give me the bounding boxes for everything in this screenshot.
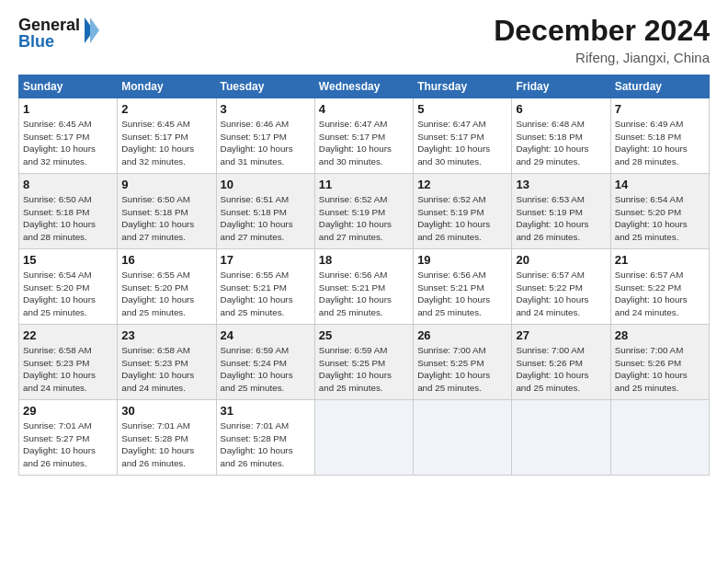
- month-title: December 2024: [494, 14, 710, 48]
- calendar-empty-cell: [414, 400, 512, 476]
- calendar-day-28: 28Sunrise: 7:00 AM Sunset: 5:26 PM Dayli…: [610, 325, 709, 400]
- dow-header-wednesday: Wednesday: [314, 75, 413, 98]
- day-info: Sunrise: 6:57 AM Sunset: 5:22 PM Dayligh…: [615, 269, 705, 319]
- day-info: Sunrise: 6:51 AM Sunset: 5:18 PM Dayligh…: [221, 193, 311, 244]
- day-number: 22: [23, 328, 113, 342]
- day-number: 28: [615, 328, 705, 342]
- day-info: Sunrise: 6:52 AM Sunset: 5:19 PM Dayligh…: [319, 193, 409, 244]
- calendar-day-9: 9Sunrise: 6:50 AM Sunset: 5:18 PM Daylig…: [118, 174, 216, 249]
- calendar-day-15: 15Sunrise: 6:54 AM Sunset: 5:20 PM Dayli…: [19, 249, 118, 325]
- day-number: 3: [221, 102, 311, 116]
- day-number: 10: [221, 178, 311, 191]
- day-number: 14: [615, 178, 705, 191]
- day-number: 2: [121, 102, 211, 116]
- calendar-day-1: 1Sunrise: 6:45 AM Sunset: 5:17 PM Daylig…: [19, 98, 118, 174]
- day-number: 29: [23, 404, 113, 418]
- day-info: Sunrise: 6:55 AM Sunset: 5:21 PM Dayligh…: [221, 269, 311, 319]
- dow-header-monday: Monday: [118, 75, 216, 98]
- day-number: 25: [319, 328, 409, 342]
- day-info: Sunrise: 7:00 AM Sunset: 5:26 PM Dayligh…: [615, 344, 705, 395]
- calendar-empty-cell: [512, 400, 610, 476]
- calendar-day-5: 5Sunrise: 6:47 AM Sunset: 5:17 PM Daylig…: [414, 98, 512, 174]
- day-number: 30: [121, 404, 211, 418]
- calendar-week-2: 8Sunrise: 6:50 AM Sunset: 5:18 PM Daylig…: [19, 174, 710, 249]
- calendar-day-2: 2Sunrise: 6:45 AM Sunset: 5:17 PM Daylig…: [118, 98, 216, 174]
- calendar-day-3: 3Sunrise: 6:46 AM Sunset: 5:17 PM Daylig…: [216, 98, 314, 174]
- calendar-day-30: 30Sunrise: 7:01 AM Sunset: 5:28 PM Dayli…: [118, 400, 216, 476]
- days-of-week-row: SundayMondayTuesdayWednesdayThursdayFrid…: [19, 75, 710, 98]
- calendar-day-18: 18Sunrise: 6:56 AM Sunset: 5:21 PM Dayli…: [314, 249, 413, 325]
- day-info: Sunrise: 6:48 AM Sunset: 5:18 PM Dayligh…: [516, 118, 606, 168]
- svg-text:General: General: [18, 16, 80, 34]
- calendar-day-16: 16Sunrise: 6:55 AM Sunset: 5:20 PM Dayli…: [118, 249, 216, 325]
- day-info: Sunrise: 6:59 AM Sunset: 5:24 PM Dayligh…: [221, 344, 311, 395]
- day-number: 17: [221, 253, 311, 267]
- day-number: 9: [121, 178, 211, 191]
- calendar-day-27: 27Sunrise: 7:00 AM Sunset: 5:26 PM Dayli…: [512, 325, 610, 400]
- svg-text:Blue: Blue: [18, 32, 54, 51]
- day-number: 20: [516, 253, 606, 267]
- day-number: 5: [417, 102, 507, 116]
- title-block: December 2024 Rifeng, Jiangxi, China: [494, 14, 710, 65]
- day-info: Sunrise: 6:58 AM Sunset: 5:23 PM Dayligh…: [23, 344, 113, 395]
- day-number: 23: [121, 328, 211, 342]
- calendar-day-13: 13Sunrise: 6:53 AM Sunset: 5:19 PM Dayli…: [512, 174, 610, 249]
- calendar-day-11: 11Sunrise: 6:52 AM Sunset: 5:19 PM Dayli…: [314, 174, 413, 249]
- svg-marker-3: [90, 17, 99, 43]
- day-info: Sunrise: 6:56 AM Sunset: 5:21 PM Dayligh…: [319, 269, 409, 319]
- calendar-week-5: 29Sunrise: 7:01 AM Sunset: 5:27 PM Dayli…: [19, 400, 710, 476]
- day-number: 16: [121, 253, 211, 267]
- calendar-day-8: 8Sunrise: 6:50 AM Sunset: 5:18 PM Daylig…: [19, 174, 118, 249]
- day-info: Sunrise: 6:54 AM Sunset: 5:20 PM Dayligh…: [615, 193, 705, 244]
- calendar-day-20: 20Sunrise: 6:57 AM Sunset: 5:22 PM Dayli…: [512, 249, 610, 325]
- calendar-day-31: 31Sunrise: 7:01 AM Sunset: 5:28 PM Dayli…: [216, 400, 314, 476]
- day-number: 26: [417, 328, 507, 342]
- day-info: Sunrise: 6:47 AM Sunset: 5:17 PM Dayligh…: [417, 118, 507, 168]
- day-info: Sunrise: 6:45 AM Sunset: 5:17 PM Dayligh…: [121, 118, 211, 168]
- logo-svg: GeneralBlue: [18, 14, 101, 52]
- day-number: 18: [319, 253, 409, 267]
- day-number: 19: [417, 253, 507, 267]
- calendar-day-26: 26Sunrise: 7:00 AM Sunset: 5:25 PM Dayli…: [414, 325, 512, 400]
- calendar-day-10: 10Sunrise: 6:51 AM Sunset: 5:18 PM Dayli…: [216, 174, 314, 249]
- header: GeneralBlue December 2024 Rifeng, Jiangx…: [18, 14, 710, 65]
- dow-header-saturday: Saturday: [610, 75, 709, 98]
- calendar-body: 1Sunrise: 6:45 AM Sunset: 5:17 PM Daylig…: [19, 98, 710, 476]
- day-number: 7: [615, 102, 705, 116]
- calendar-empty-cell: [314, 400, 413, 476]
- calendar-day-24: 24Sunrise: 6:59 AM Sunset: 5:24 PM Dayli…: [216, 325, 314, 400]
- day-info: Sunrise: 6:45 AM Sunset: 5:17 PM Dayligh…: [23, 118, 113, 168]
- calendar-day-12: 12Sunrise: 6:52 AM Sunset: 5:19 PM Dayli…: [414, 174, 512, 249]
- day-info: Sunrise: 6:59 AM Sunset: 5:25 PM Dayligh…: [319, 344, 409, 395]
- day-info: Sunrise: 7:01 AM Sunset: 5:28 PM Dayligh…: [221, 419, 311, 470]
- day-info: Sunrise: 6:46 AM Sunset: 5:17 PM Dayligh…: [221, 118, 311, 168]
- calendar-day-14: 14Sunrise: 6:54 AM Sunset: 5:20 PM Dayli…: [610, 174, 709, 249]
- dow-header-friday: Friday: [512, 75, 610, 98]
- day-number: 21: [615, 253, 705, 267]
- calendar-day-19: 19Sunrise: 6:56 AM Sunset: 5:21 PM Dayli…: [414, 249, 512, 325]
- day-number: 1: [23, 102, 113, 116]
- calendar-day-21: 21Sunrise: 6:57 AM Sunset: 5:22 PM Dayli…: [610, 249, 709, 325]
- day-info: Sunrise: 6:52 AM Sunset: 5:19 PM Dayligh…: [417, 193, 507, 244]
- day-number: 27: [516, 328, 606, 342]
- day-number: 11: [319, 178, 409, 191]
- day-info: Sunrise: 6:54 AM Sunset: 5:20 PM Dayligh…: [23, 269, 113, 319]
- dow-header-thursday: Thursday: [414, 75, 512, 98]
- day-number: 12: [417, 178, 507, 191]
- calendar-day-17: 17Sunrise: 6:55 AM Sunset: 5:21 PM Dayli…: [216, 249, 314, 325]
- dow-header-sunday: Sunday: [19, 75, 118, 98]
- logo: GeneralBlue: [18, 14, 101, 52]
- calendar-day-22: 22Sunrise: 6:58 AM Sunset: 5:23 PM Dayli…: [19, 325, 118, 400]
- day-info: Sunrise: 7:00 AM Sunset: 5:26 PM Dayligh…: [516, 344, 606, 395]
- calendar-day-6: 6Sunrise: 6:48 AM Sunset: 5:18 PM Daylig…: [512, 98, 610, 174]
- calendar-table: SundayMondayTuesdayWednesdayThursdayFrid…: [18, 75, 710, 476]
- day-number: 13: [516, 178, 606, 191]
- calendar-day-29: 29Sunrise: 7:01 AM Sunset: 5:27 PM Dayli…: [19, 400, 118, 476]
- day-number: 15: [23, 253, 113, 267]
- day-info: Sunrise: 6:56 AM Sunset: 5:21 PM Dayligh…: [417, 269, 507, 319]
- day-info: Sunrise: 6:50 AM Sunset: 5:18 PM Dayligh…: [23, 193, 113, 244]
- day-number: 8: [23, 178, 113, 191]
- calendar-day-25: 25Sunrise: 6:59 AM Sunset: 5:25 PM Dayli…: [314, 325, 413, 400]
- day-info: Sunrise: 7:00 AM Sunset: 5:25 PM Dayligh…: [417, 344, 507, 395]
- day-info: Sunrise: 6:53 AM Sunset: 5:19 PM Dayligh…: [516, 193, 606, 244]
